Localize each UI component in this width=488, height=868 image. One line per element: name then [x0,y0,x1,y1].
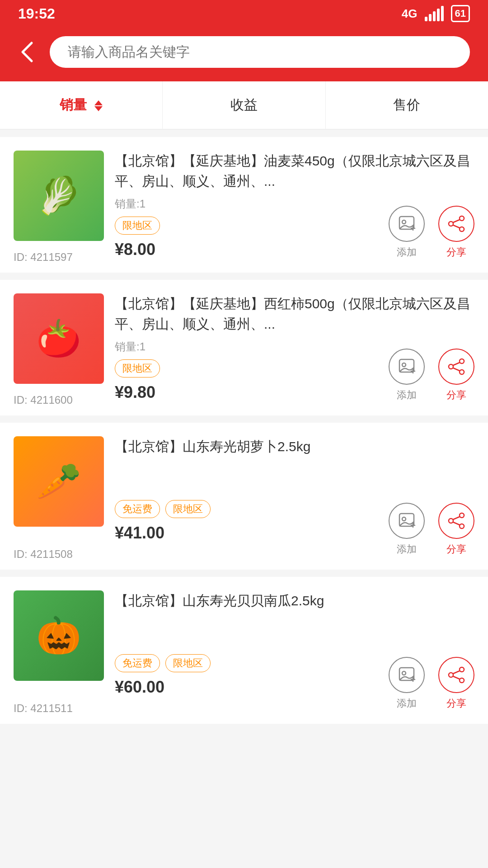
tag-region: 限地区 [115,217,160,235]
add-label: 添加 [397,697,417,710]
tag-free-ship: 免运费 [115,500,160,518]
sort-tab-sales[interactable]: 销量 [0,81,163,129]
product-image-placeholder: 🥕 [14,436,104,527]
product-id: ID: 4211600 [14,394,73,406]
svg-point-6 [460,227,464,231]
tag-region: 限地区 [165,654,211,672]
svg-point-24 [460,524,464,528]
product-id: ID: 4211511 [14,702,73,715]
svg-point-4 [460,216,464,221]
action-buttons: 添加 分享 [389,503,474,556]
product-title: 【北京馆】山东寿光贝贝南瓜2.5kg [115,590,474,611]
add-icon [389,206,425,242]
svg-point-14 [449,364,453,369]
share-icon [438,349,474,385]
product-title: 【北京馆】【延庆基地】西红柿500g（仅限北京城六区及昌平、房山、顺义、通州、.… [115,293,474,334]
svg-point-10 [402,363,406,367]
svg-line-7 [453,220,460,222]
tag-region: 限地区 [115,359,160,377]
battery-icon: 61 [451,5,470,22]
product-id: ID: 4211508 [14,548,73,561]
add-button[interactable]: 添加 [389,657,425,710]
share-button[interactable]: 分享 [438,657,474,710]
svg-point-28 [402,671,406,675]
sort-tab-price[interactable]: 售价 [326,81,488,129]
product-title: 【北京馆】【延庆基地】油麦菜450g（仅限北京城六区及昌平、房山、顺义、通州、.… [115,151,474,191]
add-button[interactable]: 添加 [389,503,425,556]
product-item: 🎃 【北京馆】山东寿光贝贝南瓜2.5kg 免运费 限地区 ¥60.00 [0,577,488,724]
svg-point-19 [402,517,406,521]
status-time: 19:52 [18,5,55,22]
svg-line-8 [453,225,460,228]
svg-point-33 [460,678,464,683]
product-image-placeholder: 🍅 [14,293,104,384]
add-icon [389,349,425,385]
back-button[interactable] [18,38,36,66]
sort-arrows-icon [94,100,103,111]
share-button[interactable]: 分享 [438,503,474,556]
product-title: 【北京馆】山东寿光胡萝卜2.5kg [115,436,474,457]
add-icon [389,503,425,539]
status-bar: 19:52 4G 61 [0,0,488,27]
svg-point-32 [449,673,453,677]
svg-line-16 [453,363,460,365]
svg-line-34 [453,671,460,674]
add-label: 添加 [397,245,417,259]
add-button[interactable]: 添加 [389,349,425,402]
product-item: 🥕 【北京馆】山东寿光胡萝卜2.5kg 免运费 限地区 ¥41.00 [0,423,488,570]
tag-region: 限地区 [165,500,211,518]
svg-point-15 [460,370,464,374]
share-label: 分享 [446,542,466,556]
add-icon [389,657,425,693]
add-label: 添加 [397,542,417,556]
action-buttons: 添加 分享 [389,349,474,402]
share-button[interactable]: 分享 [438,349,474,402]
product-image: 🥬 [14,151,104,241]
svg-point-1 [402,220,406,224]
sort-tab-income[interactable]: 收益 [163,81,325,129]
action-buttons: 添加 分享 [389,657,474,710]
svg-point-22 [460,513,464,518]
share-label: 分享 [446,245,466,259]
sort-tabs: 销量 收益 售价 [0,81,488,130]
share-icon [438,657,474,693]
product-list: 🥬 【北京馆】【延庆基地】油麦菜450g（仅限北京城六区及昌平、房山、顺义、通州… [0,137,488,724]
product-item: 🍅 【北京馆】【延庆基地】西红柿500g（仅限北京城六区及昌平、房山、顺义、通州… [0,280,488,415]
product-image-placeholder: 🎃 [14,590,104,681]
share-label: 分享 [446,388,466,402]
product-image: 🥕 [14,436,104,527]
product-item: 🥬 【北京馆】【延庆基地】油麦菜450g（仅限北京城六区及昌平、房山、顺义、通州… [0,137,488,273]
svg-point-23 [449,519,453,523]
svg-point-5 [449,222,453,226]
svg-point-13 [460,359,464,363]
search-input[interactable] [50,36,470,68]
tag-free-ship: 免运费 [115,654,160,672]
product-image: 🍅 [14,293,104,384]
add-button[interactable]: 添加 [389,206,425,259]
share-icon [438,206,474,242]
svg-line-35 [453,676,460,679]
product-id: ID: 4211597 [14,251,73,264]
svg-line-26 [453,522,460,525]
svg-line-17 [453,368,460,371]
share-button[interactable]: 分享 [438,206,474,259]
product-image-placeholder: 🥬 [14,151,104,241]
product-image: 🎃 [14,590,104,681]
add-label: 添加 [397,388,417,402]
svg-line-25 [453,517,460,519]
svg-point-31 [460,667,464,672]
network-label: 4G [402,7,418,21]
action-buttons: 添加 分享 [389,206,474,259]
share-label: 分享 [446,697,466,710]
status-icons: 4G 61 [402,5,470,22]
header [0,27,488,81]
share-icon [438,503,474,539]
signal-icon [425,6,444,21]
